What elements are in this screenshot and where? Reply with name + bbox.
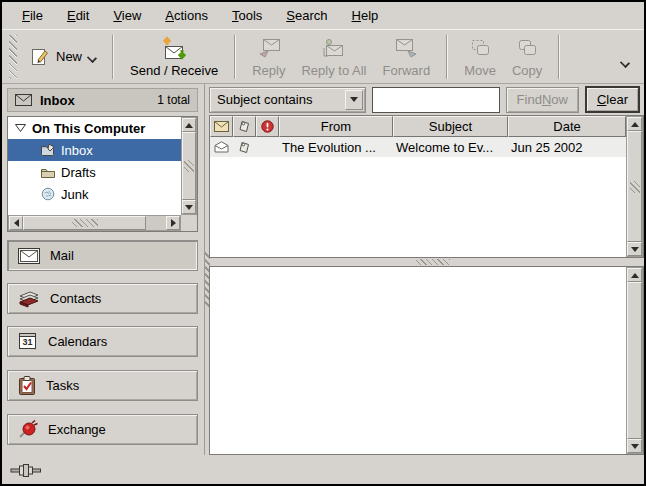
move-button-label: Move [464,63,496,78]
chevron-down-icon [621,58,629,66]
scroll-up-button[interactable] [627,268,642,282]
junk-icon [40,187,56,201]
column-from[interactable]: From [279,116,393,137]
forward-button[interactable]: Forward [374,34,438,80]
message-row[interactable]: The Evolution ... Welcome to Ev... Jun 2… [210,137,626,157]
toolbar-separator [112,35,114,79]
new-button[interactable]: New [22,41,104,73]
exchange-icon [18,420,38,440]
folder-title-bar: Inbox 1 total [7,88,198,112]
message-date: Jun 25 2002 [508,140,626,155]
tasks-icon [18,376,36,396]
preview-scrollbar[interactable] [626,267,643,454]
tree-item-on-this-computer[interactable]: On This Computer [8,117,181,139]
column-from-label: From [321,119,351,134]
shortcut-mail-button[interactable]: Mail [7,240,198,271]
scroll-down-button[interactable] [182,200,196,214]
scroll-up-button[interactable] [627,117,642,131]
attachment-icon [238,141,251,154]
reply-to-all-button[interactable]: Reply to All [293,34,374,80]
search-filter-value: Subject contains [217,92,312,107]
folder-tree-horizontal-scrollbar[interactable] [8,215,181,231]
menu-view[interactable]: View [101,4,153,27]
menu-actions[interactable]: Actions [153,4,220,27]
search-input[interactable] [372,87,500,113]
scrollbar-thumb[interactable] [627,131,642,242]
tree-item-inbox[interactable]: Inbox [8,139,181,161]
tree-item-drafts[interactable]: Drafts [8,161,181,183]
scrollbar-thumb[interactable] [182,132,196,200]
scroll-down-button[interactable] [627,242,642,256]
scroll-down-button[interactable] [627,439,642,453]
toolbar-separator [234,35,236,79]
tree-item-label: Drafts [61,165,96,180]
scrollbar-thumb[interactable] [627,282,642,439]
column-subject[interactable]: Subject [393,116,508,137]
column-attachment[interactable] [233,116,256,137]
inbox-folder-icon [40,143,56,157]
tree-item-label: Inbox [61,143,93,158]
menu-search[interactable]: Search [274,4,339,27]
folder-tree-content: On This Computer Inbox Drafts [8,117,181,215]
toolbar-overflow-button[interactable] [611,48,639,71]
message-list-scrollbar[interactable] [626,116,643,257]
splitter-grip[interactable] [416,259,450,265]
expander-open-icon [14,123,27,133]
toolbar: New Send / Receive Reply [2,29,644,84]
shortcut-contacts-button[interactable]: Contacts [7,283,198,314]
scroll-up-button[interactable] [182,118,196,132]
reply-icon [256,36,282,60]
shortcut-label: Tasks [46,378,79,393]
column-importance[interactable] [256,116,279,137]
menu-file[interactable]: File [10,4,55,27]
reply-to-all-label: Reply to All [301,63,366,78]
find-now-button[interactable]: Find Now [506,87,579,113]
forward-icon [393,36,419,60]
reply-button[interactable]: Reply [244,34,293,80]
search-filter-dropdown[interactable]: Subject contains [209,87,366,113]
send-receive-button[interactable]: Send / Receive [122,34,226,80]
toolbar-separator [558,35,560,79]
send-receive-label: Send / Receive [130,63,218,78]
message-list-inner: From Subject Date [210,116,626,257]
column-status[interactable] [210,116,233,137]
scroll-right-button[interactable] [166,216,180,230]
menubar: File Edit View Actions Tools Search Help [2,2,644,29]
folder-tree-vertical-scrollbar[interactable] [181,117,197,215]
message-from: The Evolution ... [279,140,393,155]
menu-tools[interactable]: Tools [220,4,274,27]
move-button[interactable]: Move [456,34,504,80]
right-panel: Subject contains Find Now Clear [204,84,644,455]
left-panel: Inbox 1 total On This Computer In [2,84,204,455]
shortcut-calendars-button[interactable]: 31 Calendars [7,326,198,357]
copy-button[interactable]: Copy [504,34,550,80]
tree-item-label: Junk [61,187,88,202]
clear-button[interactable]: Clear [585,86,640,113]
shortcut-label: Mail [50,248,74,263]
preview-pane [209,266,644,455]
send-receive-icon [160,36,188,60]
svg-text:31: 31 [22,337,32,347]
message-list: From Subject Date [209,115,644,258]
shortcut-tasks-button[interactable]: Tasks [7,370,198,401]
reply-button-label: Reply [252,63,285,78]
new-message-icon [30,47,50,67]
toolbar-grip[interactable] [9,35,17,79]
copy-icon [514,36,540,60]
column-date[interactable]: Date [508,116,626,137]
status-bar [2,455,644,484]
combo-arrow-button[interactable] [345,90,363,110]
message-attachment-flag [233,141,256,154]
online-status-plug-icon[interactable] [10,463,42,477]
toolbar-separator [446,35,448,79]
preview-splitter[interactable] [205,258,644,266]
message-read-status [210,141,233,153]
scrollbar-thumb[interactable] [23,216,146,230]
shortcut-exchange-button[interactable]: Exchange [7,414,198,445]
open-envelope-icon [214,141,229,153]
preview-content [210,267,626,454]
scroll-left-button[interactable] [9,216,23,230]
menu-edit[interactable]: Edit [55,4,101,27]
menu-help[interactable]: Help [340,4,391,27]
tree-item-junk[interactable]: Junk [8,183,181,205]
